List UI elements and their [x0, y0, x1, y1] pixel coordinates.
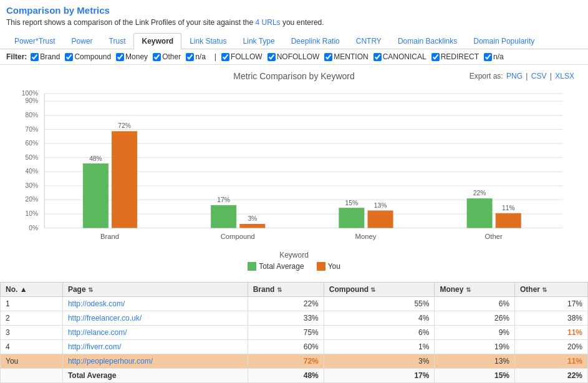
bar-compound-you	[239, 224, 265, 228]
legend-total-avg: Total Average	[248, 262, 304, 271]
tab-keyword[interactable]: Keyword	[133, 33, 181, 49]
svg-text:70%: 70%	[26, 126, 39, 133]
col-page[interactable]: Page ⇅	[62, 283, 248, 297]
link-freelancer[interactable]: http://freelancer.co.uk/	[68, 314, 142, 322]
svg-text:Money: Money	[355, 233, 377, 240]
svg-text:11%: 11%	[502, 205, 515, 211]
col-compound[interactable]: Compound ⇅	[324, 283, 435, 297]
chart-x-label: Keyword	[12, 251, 576, 259]
filter-label: Filter:	[6, 52, 27, 61]
filter-follow[interactable]: FOLLOW	[221, 52, 263, 61]
table-row: 4 http://fiverr.com/ 60% 1% 19% 20%	[1, 340, 588, 354]
filter-na-kw[interactable]: n/a	[186, 52, 206, 61]
filter-bar: Filter: Brand Compound Money Other n/a |…	[0, 49, 588, 65]
svg-text:30%: 30%	[26, 182, 39, 189]
svg-text:22%: 22%	[473, 190, 486, 196]
filter-compound[interactable]: Compound	[65, 52, 111, 61]
filter-redirect[interactable]: REDIRECT	[431, 52, 479, 61]
bar-money-you	[368, 210, 393, 228]
table-row: 3 http://elance.com/ 75% 6% 9% 11%	[1, 326, 588, 340]
chart-legend: Total Average You	[12, 262, 576, 271]
bar-money-avg	[339, 208, 364, 228]
svg-text:40%: 40%	[26, 168, 39, 175]
bar-other-avg	[467, 198, 493, 228]
urls-link[interactable]: 4 URLs	[256, 18, 281, 27]
table-row: 2 http://freelancer.co.uk/ 33% 4% 26% 38…	[1, 311, 588, 326]
tab-cntry[interactable]: CNTRY	[348, 33, 390, 49]
link-elance[interactable]: http://elance.com/	[68, 328, 127, 337]
bar-compound-avg	[211, 205, 236, 228]
export-png[interactable]: PNG	[506, 72, 523, 80]
svg-text:0%: 0%	[29, 225, 38, 231]
chart-svg: 0% 10% 20% 30% 40% 50% 60%	[12, 86, 576, 248]
svg-text:20%: 20%	[26, 196, 39, 203]
col-other[interactable]: Other ⇅	[515, 283, 588, 297]
tab-bar: Power*Trust Power Trust Keyword Link Sta…	[0, 33, 588, 49]
bar-other-you	[496, 213, 521, 228]
filter-na-type[interactable]: n/a	[484, 52, 504, 61]
svg-text:Compound: Compound	[221, 233, 255, 240]
svg-text:Other: Other	[485, 233, 503, 240]
chart-area: Metric Comparison by Keyword Export as: …	[0, 65, 588, 277]
svg-text:80%: 80%	[26, 112, 39, 119]
table-row-total: Total Average 48% 17% 15% 22%	[1, 369, 588, 383]
tab-domain-backlinks[interactable]: Domain Backlinks	[390, 33, 465, 49]
svg-text:13%: 13%	[374, 202, 387, 209]
tab-trust[interactable]: Trust	[101, 33, 134, 49]
legend-you-label: You	[328, 262, 340, 271]
link-odesk[interactable]: http://odesk.com/	[68, 299, 125, 308]
table-row: 1 http://odesk.com/ 22% 55% 6% 17%	[1, 297, 588, 311]
filter-other[interactable]: Other	[153, 52, 181, 61]
page-title: Comparison by Metrics	[6, 5, 582, 16]
legend-you-color	[317, 262, 325, 271]
page-wrapper: Comparison by Metrics This report shows …	[0, 0, 588, 383]
page-description: This report shows a comparison of the Li…	[6, 18, 582, 27]
data-table: No. ▲ Page ⇅ Brand ⇅ Compound ⇅ Money ⇅ …	[0, 282, 588, 383]
filter-money[interactable]: Money	[116, 52, 148, 61]
tab-power[interactable]: Power	[64, 33, 101, 49]
filter-mention[interactable]: MENTION	[324, 52, 368, 61]
svg-text:17%: 17%	[217, 196, 230, 203]
svg-text:60%: 60%	[26, 140, 39, 147]
tab-powerxtrust[interactable]: Power*Trust	[6, 33, 64, 49]
export-csv[interactable]: CSV	[531, 72, 547, 80]
table-row-you: You http://peopleperhour.com/ 72% 3% 13%…	[1, 354, 588, 369]
link-peopleperhour[interactable]: http://peopleperhour.com/	[68, 357, 153, 366]
tab-deeplink-ratio[interactable]: Deeplink Ratio	[283, 33, 348, 49]
bar-brand-avg	[83, 163, 108, 228]
svg-text:15%: 15%	[345, 200, 359, 206]
table-header-row: No. ▲ Page ⇅ Brand ⇅ Compound ⇅ Money ⇅ …	[1, 283, 588, 297]
col-money[interactable]: Money ⇅	[435, 283, 515, 297]
col-no[interactable]: No. ▲	[1, 283, 63, 297]
export-xlsx[interactable]: XLSX	[555, 72, 574, 80]
chart-header: Metric Comparison by Keyword Export as: …	[12, 71, 576, 81]
svg-text:Brand: Brand	[100, 233, 119, 240]
svg-text:100%: 100%	[22, 90, 38, 97]
link-fiverr[interactable]: http://fiverr.com/	[68, 342, 121, 351]
tab-domain-popularity[interactable]: Domain Popularity	[465, 33, 542, 49]
col-brand[interactable]: Brand ⇅	[248, 283, 324, 297]
export-links: Export as: PNG | CSV | XLSX	[470, 72, 576, 80]
svg-text:3%: 3%	[248, 215, 257, 222]
svg-text:90%: 90%	[26, 97, 39, 104]
page-header: Comparison by Metrics This report shows …	[0, 0, 588, 29]
svg-text:10%: 10%	[26, 210, 39, 217]
chart-container: 0% 10% 20% 30% 40% 50% 60%	[12, 86, 576, 248]
svg-text:72%: 72%	[118, 122, 131, 129]
filter-canonical[interactable]: CANONICAL	[374, 52, 427, 61]
legend-total-avg-color	[248, 262, 256, 271]
svg-text:50%: 50%	[26, 154, 39, 161]
tab-link-type[interactable]: Link Type	[235, 33, 283, 49]
tab-link-status[interactable]: Link Status	[181, 33, 234, 49]
svg-text:48%: 48%	[89, 155, 102, 162]
bar-brand-you	[112, 131, 137, 228]
filter-brand[interactable]: Brand	[31, 52, 60, 61]
legend-you: You	[317, 262, 340, 271]
legend-total-avg-label: Total Average	[259, 262, 304, 271]
filter-nofollow[interactable]: NOFOLLOW	[267, 52, 320, 61]
